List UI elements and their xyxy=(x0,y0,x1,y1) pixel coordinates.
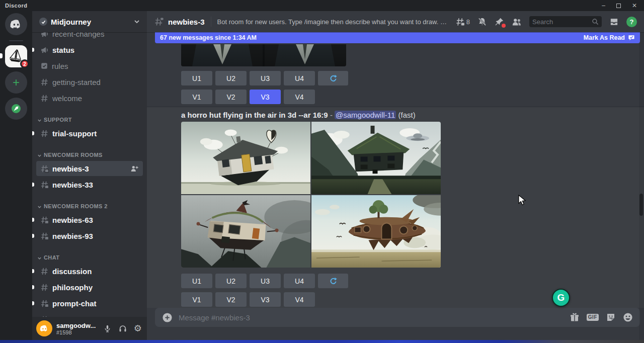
maximize-button[interactable] xyxy=(616,4,621,8)
chat-scrollbar-thumb[interactable] xyxy=(639,194,643,216)
generated-image-4[interactable] xyxy=(311,195,441,268)
upscale-button-u2[interactable]: U2 xyxy=(215,71,247,85)
generated-image-partial[interactable] xyxy=(181,44,346,66)
sticker-button[interactable] xyxy=(606,312,616,322)
upscale-button-u4[interactable]: U4 xyxy=(284,71,315,85)
sidebar-item-welcome[interactable]: welcome xyxy=(36,91,143,106)
sidebar-item-status[interactable]: status xyxy=(36,42,143,57)
user-mention[interactable]: @samgoodwill-11 xyxy=(335,111,396,119)
message-composer[interactable]: Message #newbies-3 GIF xyxy=(155,308,640,327)
sidebar-item-rules[interactable]: rules xyxy=(36,58,143,73)
minimize-button[interactable]: – xyxy=(602,3,605,9)
sidebar-item-trial-support[interactable]: trial-support xyxy=(36,126,143,141)
generated-image-1[interactable] xyxy=(181,122,310,194)
category-newcomer-rooms[interactable]: NEWCOMER ROOMS xyxy=(36,149,143,160)
sidebar-item-newbies-63[interactable]: newbies-63 xyxy=(36,212,143,227)
app-title: Discord xyxy=(5,3,27,9)
emoji-button[interactable] xyxy=(623,312,633,322)
search-icon xyxy=(592,18,599,25)
server-header[interactable]: Midjourney xyxy=(32,11,147,32)
attach-button[interactable] xyxy=(162,312,173,323)
variation-button-v3[interactable]: V3 xyxy=(250,292,281,307)
member-list-button[interactable] xyxy=(512,17,522,27)
upscale-button-u4[interactable]: U4 xyxy=(284,274,315,288)
category-support[interactable]: SUPPORT xyxy=(36,114,143,125)
message-input[interactable]: Message #newbies-3 xyxy=(179,313,564,322)
upscale-button-u2[interactable]: U2 xyxy=(215,274,247,288)
settings-gear-button[interactable]: ⚙ xyxy=(134,324,142,333)
notifications-muted-button[interactable] xyxy=(477,17,487,27)
sidebar-item-philosophy[interactable]: philosophy xyxy=(36,280,143,295)
unread-indicator xyxy=(32,131,34,135)
channel-label: newbies-63 xyxy=(52,216,139,224)
variation-button-row: V1V2V3V4 xyxy=(181,90,644,104)
sidebar-item-recent-changes[interactable]: recent-changes xyxy=(36,32,143,41)
message-list: U1U2U3U4 V1V2V3V4 a horro hut flying in … xyxy=(147,43,644,308)
upscale-button-u3[interactable]: U3 xyxy=(250,274,281,288)
create-invite-button[interactable] xyxy=(130,164,139,173)
channel-sidebar: Midjourney recent-changesstatusrulesgett… xyxy=(32,11,147,340)
add-server-button[interactable]: + xyxy=(5,71,27,94)
discord-avatar-icon xyxy=(39,324,49,332)
threads-button[interactable]: 8 xyxy=(455,17,470,27)
close-button[interactable]: ✕ xyxy=(632,3,637,9)
sidebar-item-newbies-3[interactable]: newbies-3 xyxy=(36,161,143,176)
upscale-button-u1[interactable]: U1 xyxy=(181,71,212,85)
chat-scrollbar-track[interactable] xyxy=(639,32,644,340)
reroll-button[interactable] xyxy=(318,71,348,85)
user-meta[interactable]: samgoodw... #1598 xyxy=(56,322,99,335)
reroll-button[interactable] xyxy=(318,274,348,288)
variation-button-v2[interactable]: V2 xyxy=(215,292,247,307)
new-messages-banner[interactable]: 67 new messages since 1:34 AM Mark As Re… xyxy=(155,32,640,43)
invite-member-icon xyxy=(130,164,139,173)
inbox-button[interactable] xyxy=(609,17,619,27)
chevron-down-icon xyxy=(134,19,140,25)
variation-button-v1[interactable]: V1 xyxy=(181,90,212,104)
category-newcomer-rooms-2[interactable]: NEWCOMER ROOMS 2 xyxy=(36,200,143,211)
help-button[interactable]: ? xyxy=(626,17,637,27)
unread-indicator xyxy=(32,218,34,222)
hash-icon xyxy=(40,129,49,138)
pinned-messages-button[interactable] xyxy=(495,17,504,27)
sidebar-item-prompt-chat[interactable]: prompt-chat xyxy=(36,296,143,311)
variation-button-v4[interactable]: V4 xyxy=(284,90,315,104)
explore-servers-button[interactable] xyxy=(5,98,27,120)
headphones-button[interactable] xyxy=(118,324,127,333)
category-chevron-icon xyxy=(37,256,42,261)
sidebar-item-discussion[interactable]: discussion xyxy=(36,264,143,279)
gift-button[interactable] xyxy=(570,312,580,322)
variation-button-v1[interactable]: V1 xyxy=(181,292,212,307)
channel-topic[interactable]: Bot room for new users. Type /imagine th… xyxy=(217,18,448,26)
variation-button-v2[interactable]: V2 xyxy=(215,90,247,104)
category-chat[interactable]: CHAT xyxy=(36,251,143,263)
sidebar-item-newbies-93[interactable]: newbies-93 xyxy=(36,228,143,243)
variation-button-v3[interactable]: V3 xyxy=(250,90,281,104)
generated-image-3[interactable] xyxy=(181,195,310,268)
server-mention-badge: 2 xyxy=(20,59,29,68)
upscale-button-u3[interactable]: U3 xyxy=(250,71,281,85)
sidebar-item-clipped[interactable] xyxy=(36,312,143,317)
discord-app: 2 + Midjourney recent-c xyxy=(0,11,644,340)
unread-indicator xyxy=(32,48,34,52)
username: samgoodw... xyxy=(56,322,99,329)
category-chevron-icon xyxy=(37,118,42,123)
variation-button-v4[interactable]: V4 xyxy=(284,292,315,307)
discord-home-button[interactable] xyxy=(5,13,27,35)
sidebar-item-getting-started[interactable]: getting-started xyxy=(36,74,143,90)
grammarly-widget[interactable]: G xyxy=(552,289,570,307)
gif-button[interactable]: GIF xyxy=(587,314,599,321)
threads-icon xyxy=(455,17,465,27)
search-placeholder: Search xyxy=(532,18,553,26)
category-label: NEWCOMER ROOMS xyxy=(44,152,103,158)
user-avatar[interactable] xyxy=(36,320,52,336)
mark-as-read-button[interactable]: Mark As Read xyxy=(584,34,635,41)
reroll-icon xyxy=(329,74,338,82)
window-titlebar: Discord – ✕ xyxy=(0,0,644,11)
upscale-button-u1[interactable]: U1 xyxy=(181,274,212,288)
generated-image-2[interactable] xyxy=(311,122,441,194)
unread-indicator xyxy=(32,234,34,238)
prompt-line: a horro hut flying in the air in 3d --ar… xyxy=(181,111,644,120)
sidebar-item-newbies-33[interactable]: newbies-33 xyxy=(36,177,143,192)
search-input[interactable]: Search xyxy=(529,16,602,27)
microphone-button[interactable] xyxy=(103,324,112,333)
